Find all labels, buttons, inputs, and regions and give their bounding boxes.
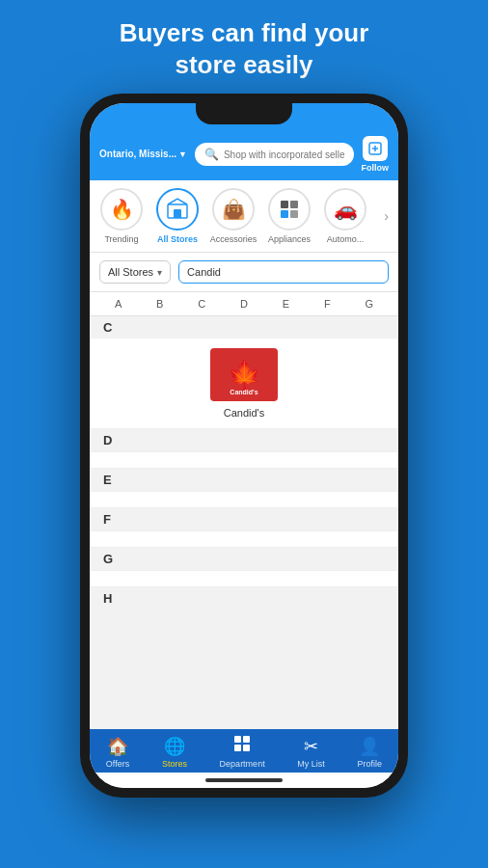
app-header: Ontario, Missis... ▼ 🔍 Follow: [90, 130, 398, 180]
profile-icon: 👤: [359, 736, 380, 757]
phone-screen: Ontario, Missis... ▼ 🔍 Follow: [90, 103, 398, 788]
mylist-icon: ✂: [304, 736, 318, 757]
section-f-header: F: [90, 508, 398, 530]
alpha-d[interactable]: D: [240, 298, 248, 310]
alpha-c[interactable]: C: [198, 298, 205, 310]
alpha-navigation: A B C D E F G: [90, 292, 398, 316]
nav-stores[interactable]: 🌐 Stores: [162, 736, 187, 769]
category-all-stores[interactable]: All Stores: [151, 188, 203, 244]
headline: Buyers can find your store easily: [91, 0, 398, 94]
section-d-header: D: [90, 429, 398, 451]
section-e-header: E: [90, 469, 398, 491]
section-f: F: [90, 508, 398, 548]
nav-mylist-label: My List: [297, 759, 325, 769]
location-arrow-icon: ▼: [178, 149, 187, 159]
bottom-navigation: 🏠 Offers 🌐 Stores Department: [90, 729, 398, 773]
filter-row: All Stores ▾: [90, 253, 398, 292]
candids-logo-text: Candid's: [230, 389, 258, 395]
category-trending[interactable]: 🔥 Trending: [95, 188, 148, 244]
section-g: G: [90, 548, 398, 587]
appliances-icon: [268, 188, 311, 231]
nav-profile-label: Profile: [358, 759, 383, 769]
alpha-a[interactable]: A: [115, 298, 122, 310]
section-d: D: [90, 429, 398, 469]
all-stores-icon: [156, 188, 199, 231]
home-indicator-bar: [205, 778, 283, 782]
category-trending-label: Trending: [104, 234, 138, 244]
section-g-empty: [90, 570, 398, 587]
search-icon: 🔍: [204, 148, 219, 161]
store-search-input[interactable]: [178, 260, 389, 284]
stores-icon: 🌐: [164, 736, 185, 757]
nav-stores-label: Stores: [162, 759, 187, 769]
category-appliances[interactable]: Appliances: [263, 188, 315, 244]
alpha-g[interactable]: G: [365, 298, 373, 310]
headline-line2: store easily: [175, 50, 312, 79]
section-h-header: H: [90, 587, 398, 610]
nav-department-label: Department: [220, 759, 265, 769]
svg-rect-9: [234, 736, 241, 743]
phone-notch: [196, 103, 292, 124]
location-button[interactable]: Ontario, Missis... ▼: [99, 149, 187, 160]
svg-rect-10: [243, 736, 250, 743]
store-name-candids: Candid's: [224, 407, 264, 419]
svg-rect-8: [290, 210, 298, 218]
select-arrow-icon: ▾: [157, 267, 162, 278]
department-icon: [233, 735, 251, 757]
section-c: C 🍁 Candid's Candid's: [90, 316, 398, 429]
svg-rect-4: [174, 209, 181, 218]
svg-rect-6: [290, 201, 298, 208]
category-automotive-label: Automo...: [327, 234, 365, 244]
section-f-empty: [90, 530, 398, 548]
nav-department[interactable]: Department: [220, 735, 265, 769]
home-indicator: [90, 773, 398, 788]
offers-icon: 🏠: [107, 736, 128, 757]
category-all-stores-label: All Stores: [157, 234, 198, 244]
location-text: Ontario, Missis...: [99, 149, 176, 160]
category-automotive[interactable]: 🚗 Automo...: [319, 188, 371, 244]
nav-offers[interactable]: 🏠 Offers: [106, 736, 129, 769]
search-input[interactable]: [224, 149, 344, 160]
section-d-empty: [90, 451, 398, 469]
store-logo-candids: 🍁 Candid's: [210, 348, 278, 401]
store-list: C 🍁 Candid's Candid's D E: [90, 316, 398, 729]
category-accessories-label: Accessories: [210, 234, 258, 244]
category-accessories[interactable]: 👜 Accessories: [207, 188, 259, 244]
alpha-e[interactable]: E: [283, 298, 289, 310]
section-e-empty: [90, 491, 398, 508]
phone-shell: Ontario, Missis... ▼ 🔍 Follow: [80, 94, 408, 798]
categories-chevron-icon[interactable]: ›: [384, 208, 389, 224]
categories-bar: 🔥 Trending All Stores 👜 Accessories: [90, 180, 398, 253]
store-select-value: All Stores: [108, 266, 153, 278]
maple-leaf-icon: 🍁: [228, 359, 261, 391]
svg-rect-7: [281, 210, 288, 218]
follow-icon: [363, 136, 388, 161]
follow-button[interactable]: Follow: [362, 136, 390, 173]
nav-offers-label: Offers: [106, 759, 129, 769]
section-e: E: [90, 469, 398, 508]
automotive-icon: 🚗: [324, 188, 366, 231]
svg-rect-11: [234, 745, 241, 751]
svg-rect-12: [243, 745, 250, 751]
follow-label: Follow: [362, 163, 390, 173]
section-h: H: [90, 587, 398, 610]
store-type-select[interactable]: All Stores ▾: [99, 260, 171, 284]
section-g-header: G: [90, 548, 398, 570]
accessories-icon: 👜: [212, 188, 255, 231]
section-c-header: C: [90, 316, 398, 339]
category-appliances-label: Appliances: [268, 234, 311, 244]
alpha-f[interactable]: F: [324, 298, 331, 310]
headline-line1: Buyers can find your: [120, 18, 369, 47]
nav-mylist[interactable]: ✂ My List: [297, 736, 325, 769]
store-item-candids[interactable]: 🍁 Candid's Candid's: [90, 339, 398, 429]
trending-icon: 🔥: [100, 188, 143, 231]
svg-rect-5: [281, 201, 288, 208]
search-bar[interactable]: 🔍: [195, 143, 354, 166]
alpha-b[interactable]: B: [156, 298, 163, 310]
nav-profile[interactable]: 👤 Profile: [358, 736, 383, 769]
